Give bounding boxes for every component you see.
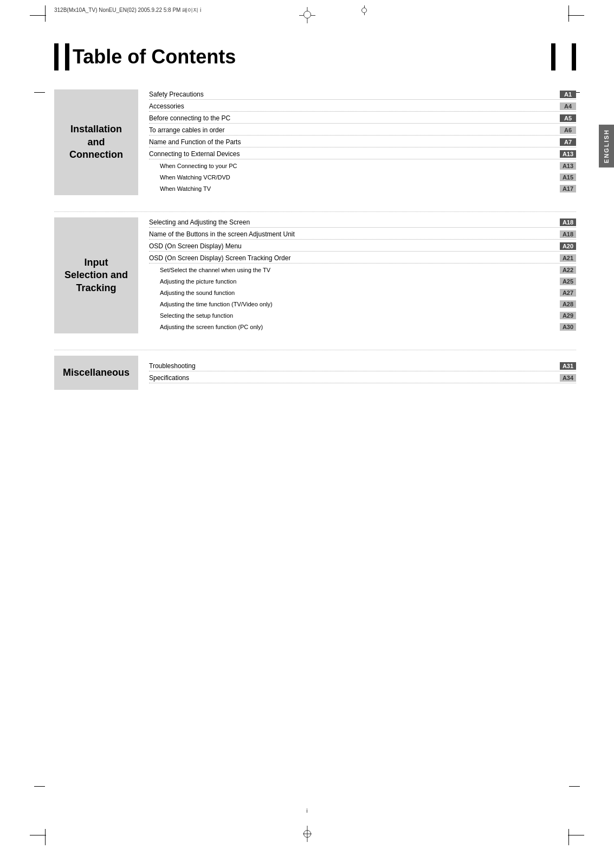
toc-entry: Selecting and Adjusting the ScreenA18	[149, 217, 576, 228]
toc-entry-page: A30	[560, 323, 576, 331]
section-row-miscellaneous: MiscellaneousTroubleshootingA31Specifica…	[54, 356, 576, 390]
sections-container: Installation and ConnectionSafety Precau…	[54, 89, 576, 401]
toc-entry: Adjusting the time function (TV/Video on…	[149, 299, 576, 309]
page-title-container: Table of Contents	[54, 43, 576, 70]
toc-entry: When Watching VCR/DVDA15	[149, 172, 576, 182]
toc-entry-label: OSD (On Screen Display) Menu	[149, 242, 560, 250]
section-row-input-selection: Input Selection and TrackingSelecting an…	[54, 217, 576, 333]
main-content: Table of Contents Installation and Conne…	[54, 43, 592, 401]
title-bar-right	[572, 43, 576, 70]
toc-entry-label: Specifications	[149, 374, 560, 382]
header-bar: 312B(Mx10A_TV) NonEU_EN(02) 2005.9.22 5:…	[54, 5, 560, 15]
toc-entry-label: Name and Function of the Parts	[149, 138, 560, 146]
toc-entry-page: A18	[560, 218, 576, 226]
toc-entry-page: A13	[560, 150, 576, 158]
reg-mark-bottom	[303, 830, 312, 838]
toc-entry: Name of the Buttons in the screen Adjust…	[149, 229, 576, 240]
toc-entries-miscellaneous: TroubleshootingA31SpecificationsA34	[149, 356, 576, 390]
title-bar-inner-left	[65, 43, 69, 70]
crop-mark	[568, 829, 569, 845]
toc-entry: Safety PrecautionsA1	[149, 89, 576, 100]
crop-mark	[30, 15, 46, 16]
toc-entry: Set/Select the channel when using the TV…	[149, 265, 576, 275]
toc-entry: When Connecting to your PCA13	[149, 161, 576, 171]
page-number: i	[306, 807, 307, 814]
toc-entry-label: OSD (On Screen Display) Screen Tracking …	[149, 254, 560, 262]
crop-mark	[45, 829, 46, 845]
toc-entry-label: Accessories	[149, 102, 560, 110]
toc-entry-label: Troubleshooting	[149, 362, 560, 370]
toc-entry-label: Adjusting the screen function (PC only)	[160, 324, 560, 330]
toc-entry-page: A4	[560, 102, 576, 110]
toc-entry: Adjusting the screen function (PC only)A…	[149, 322, 576, 332]
toc-entry-page: A20	[560, 242, 576, 250]
toc-entry: OSD (On Screen Display) Screen Tracking …	[149, 253, 576, 263]
section-separator	[54, 350, 576, 350]
toc-entry: SpecificationsA34	[149, 373, 576, 383]
section-label-text: Installation and Connection	[62, 123, 130, 161]
toc-entry-page: A13	[560, 162, 576, 170]
toc-entry-page: A17	[560, 185, 576, 192]
toc-entry: To arrange cables in orderA6	[149, 125, 576, 136]
toc-entry-page: A18	[560, 230, 576, 238]
section-label-input-selection: Input Selection and Tracking	[54, 217, 138, 333]
page-title: Table of Contents	[73, 46, 548, 68]
toc-entry: TroubleshootingA31	[149, 361, 576, 371]
toc-entry-page: A28	[560, 300, 576, 308]
toc-entry: AccessoriesA4	[149, 101, 576, 112]
crop-mark	[568, 5, 569, 22]
toc-entry-label: Before connecting to the PC	[149, 114, 560, 122]
title-bar-inner-right	[551, 43, 555, 70]
toc-entry-page: A15	[560, 173, 576, 181]
section-label-text: Miscellaneous	[63, 367, 130, 379]
section-separator	[54, 211, 576, 212]
toc-entry-page: A25	[560, 278, 576, 285]
toc-entry-label: When Watching TV	[160, 185, 560, 192]
title-bar-left	[54, 43, 59, 70]
toc-entry-label: To arrange cables in order	[149, 126, 560, 134]
toc-entry-label: When Watching VCR/DVD	[160, 174, 560, 181]
toc-entry-label: Safety Precautions	[149, 91, 560, 98]
toc-entry: Selecting the setup functionA29	[149, 311, 576, 320]
toc-entry-page: A29	[560, 312, 576, 319]
toc-entry: When Watching TVA17	[149, 184, 576, 194]
english-tab: ENGLISH	[599, 125, 614, 168]
toc-entry-page: A22	[560, 266, 576, 274]
toc-entry-page: A6	[560, 126, 576, 134]
margin-mark	[569, 786, 580, 787]
toc-entry: Before connecting to the PCA5	[149, 113, 576, 124]
toc-entry-label: Adjusting the time function (TV/Video on…	[160, 301, 560, 307]
section-row-installation: Installation and ConnectionSafety Precau…	[54, 89, 576, 195]
toc-entry-label: Set/Select the channel when using the TV	[160, 267, 560, 273]
toc-entry-label: Selecting and Adjusting the Screen	[149, 218, 560, 226]
margin-mark	[34, 786, 45, 787]
crop-mark	[45, 5, 46, 22]
toc-entries-input-selection: Selecting and Adjusting the ScreenA18Nam…	[149, 217, 576, 333]
toc-entry-page: A34	[560, 374, 576, 382]
toc-entry-label: Name of the Buttons in the screen Adjust…	[149, 230, 560, 238]
toc-entry-page: A7	[560, 138, 576, 146]
toc-entry: Connecting to External DevicesA13	[149, 149, 576, 159]
toc-entry-page: A31	[560, 362, 576, 370]
toc-entry-label: Adjusting the sound function	[160, 290, 560, 296]
toc-entry-page: A5	[560, 114, 576, 122]
crop-mark	[568, 835, 584, 835]
toc-entries-installation: Safety PrecautionsA1AccessoriesA4Before …	[149, 89, 576, 195]
toc-entry-label: Adjusting the picture function	[160, 278, 560, 285]
section-label-installation: Installation and Connection	[54, 89, 138, 195]
toc-entry-page: A27	[560, 289, 576, 297]
toc-entry: Adjusting the picture functionA25	[149, 277, 576, 286]
toc-entry: Adjusting the sound functionA27	[149, 288, 576, 298]
crop-mark	[568, 15, 584, 16]
toc-entry-page: A21	[560, 254, 576, 262]
toc-entry-page: A1	[560, 91, 576, 98]
margin-mark	[34, 92, 45, 93]
crop-mark	[30, 835, 46, 835]
section-label-miscellaneous: Miscellaneous	[54, 356, 138, 390]
section-label-text: Input Selection and Tracking	[62, 256, 130, 294]
toc-entry: Name and Function of the PartsA7	[149, 137, 576, 147]
toc-entry-label: When Connecting to your PC	[160, 163, 560, 169]
toc-entry-label: Selecting the setup function	[160, 312, 560, 319]
toc-entry-label: Connecting to External Devices	[149, 150, 560, 158]
file-info: 312B(Mx10A_TV) NonEU_EN(02) 2005.9.22 5:…	[54, 7, 201, 14]
